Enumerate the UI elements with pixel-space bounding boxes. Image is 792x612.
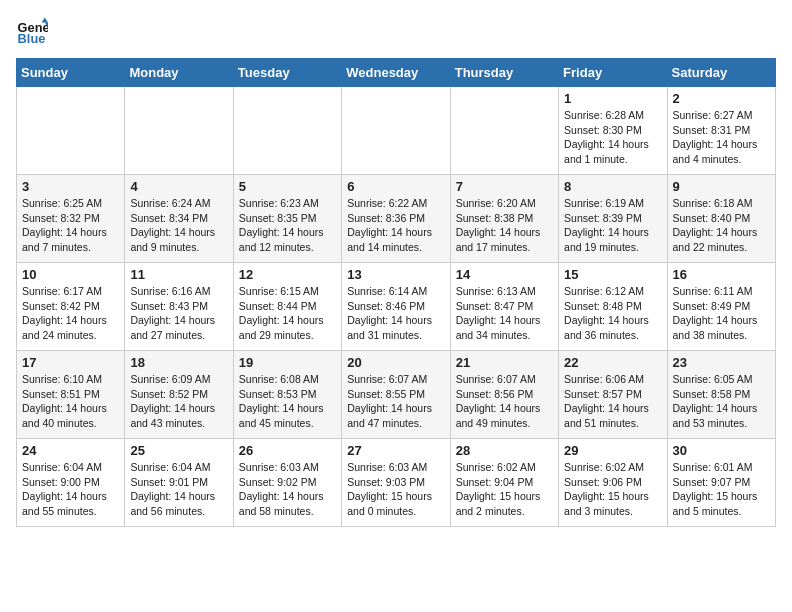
day-info: Sunrise: 6:23 AM Sunset: 8:35 PM Dayligh… <box>239 196 336 255</box>
day-number: 18 <box>130 355 227 370</box>
day-info: Sunrise: 6:11 AM Sunset: 8:49 PM Dayligh… <box>673 284 770 343</box>
day-info: Sunrise: 6:07 AM Sunset: 8:55 PM Dayligh… <box>347 372 444 431</box>
calendar-cell: 26Sunrise: 6:03 AM Sunset: 9:02 PM Dayli… <box>233 439 341 527</box>
header-day-saturday: Saturday <box>667 59 775 87</box>
calendar-cell: 8Sunrise: 6:19 AM Sunset: 8:39 PM Daylig… <box>559 175 667 263</box>
calendar-cell <box>342 87 450 175</box>
day-number: 24 <box>22 443 119 458</box>
day-number: 14 <box>456 267 553 282</box>
day-number: 1 <box>564 91 661 106</box>
calendar-cell: 13Sunrise: 6:14 AM Sunset: 8:46 PM Dayli… <box>342 263 450 351</box>
day-number: 20 <box>347 355 444 370</box>
calendar-cell: 17Sunrise: 6:10 AM Sunset: 8:51 PM Dayli… <box>17 351 125 439</box>
calendar-header-row: SundayMondayTuesdayWednesdayThursdayFrid… <box>17 59 776 87</box>
day-info: Sunrise: 6:05 AM Sunset: 8:58 PM Dayligh… <box>673 372 770 431</box>
day-number: 17 <box>22 355 119 370</box>
day-info: Sunrise: 6:15 AM Sunset: 8:44 PM Dayligh… <box>239 284 336 343</box>
calendar-cell: 20Sunrise: 6:07 AM Sunset: 8:55 PM Dayli… <box>342 351 450 439</box>
calendar-cell: 4Sunrise: 6:24 AM Sunset: 8:34 PM Daylig… <box>125 175 233 263</box>
header-day-tuesday: Tuesday <box>233 59 341 87</box>
calendar-cell: 24Sunrise: 6:04 AM Sunset: 9:00 PM Dayli… <box>17 439 125 527</box>
day-info: Sunrise: 6:04 AM Sunset: 9:01 PM Dayligh… <box>130 460 227 519</box>
calendar-cell: 14Sunrise: 6:13 AM Sunset: 8:47 PM Dayli… <box>450 263 558 351</box>
day-info: Sunrise: 6:13 AM Sunset: 8:47 PM Dayligh… <box>456 284 553 343</box>
day-number: 2 <box>673 91 770 106</box>
day-number: 5 <box>239 179 336 194</box>
day-info: Sunrise: 6:17 AM Sunset: 8:42 PM Dayligh… <box>22 284 119 343</box>
calendar-table: SundayMondayTuesdayWednesdayThursdayFrid… <box>16 58 776 527</box>
calendar-cell: 30Sunrise: 6:01 AM Sunset: 9:07 PM Dayli… <box>667 439 775 527</box>
day-number: 12 <box>239 267 336 282</box>
day-info: Sunrise: 6:01 AM Sunset: 9:07 PM Dayligh… <box>673 460 770 519</box>
calendar-week-row: 3Sunrise: 6:25 AM Sunset: 8:32 PM Daylig… <box>17 175 776 263</box>
day-info: Sunrise: 6:03 AM Sunset: 9:03 PM Dayligh… <box>347 460 444 519</box>
calendar-week-row: 1Sunrise: 6:28 AM Sunset: 8:30 PM Daylig… <box>17 87 776 175</box>
day-number: 8 <box>564 179 661 194</box>
day-info: Sunrise: 6:02 AM Sunset: 9:06 PM Dayligh… <box>564 460 661 519</box>
day-info: Sunrise: 6:25 AM Sunset: 8:32 PM Dayligh… <box>22 196 119 255</box>
calendar-cell: 23Sunrise: 6:05 AM Sunset: 8:58 PM Dayli… <box>667 351 775 439</box>
day-number: 26 <box>239 443 336 458</box>
day-number: 3 <box>22 179 119 194</box>
header-day-friday: Friday <box>559 59 667 87</box>
day-info: Sunrise: 6:08 AM Sunset: 8:53 PM Dayligh… <box>239 372 336 431</box>
calendar-cell: 28Sunrise: 6:02 AM Sunset: 9:04 PM Dayli… <box>450 439 558 527</box>
logo-icon: General Blue <box>16 16 48 48</box>
calendar-week-row: 24Sunrise: 6:04 AM Sunset: 9:00 PM Dayli… <box>17 439 776 527</box>
calendar-cell: 11Sunrise: 6:16 AM Sunset: 8:43 PM Dayli… <box>125 263 233 351</box>
calendar-cell: 29Sunrise: 6:02 AM Sunset: 9:06 PM Dayli… <box>559 439 667 527</box>
day-info: Sunrise: 6:02 AM Sunset: 9:04 PM Dayligh… <box>456 460 553 519</box>
day-number: 15 <box>564 267 661 282</box>
calendar-cell: 27Sunrise: 6:03 AM Sunset: 9:03 PM Dayli… <box>342 439 450 527</box>
day-number: 16 <box>673 267 770 282</box>
calendar-cell: 16Sunrise: 6:11 AM Sunset: 8:49 PM Dayli… <box>667 263 775 351</box>
calendar-cell <box>233 87 341 175</box>
day-info: Sunrise: 6:28 AM Sunset: 8:30 PM Dayligh… <box>564 108 661 167</box>
day-info: Sunrise: 6:18 AM Sunset: 8:40 PM Dayligh… <box>673 196 770 255</box>
logo: General Blue <box>16 16 52 48</box>
calendar-cell: 19Sunrise: 6:08 AM Sunset: 8:53 PM Dayli… <box>233 351 341 439</box>
day-info: Sunrise: 6:20 AM Sunset: 8:38 PM Dayligh… <box>456 196 553 255</box>
day-number: 19 <box>239 355 336 370</box>
header-day-sunday: Sunday <box>17 59 125 87</box>
day-number: 28 <box>456 443 553 458</box>
day-info: Sunrise: 6:12 AM Sunset: 8:48 PM Dayligh… <box>564 284 661 343</box>
day-info: Sunrise: 6:07 AM Sunset: 8:56 PM Dayligh… <box>456 372 553 431</box>
day-number: 11 <box>130 267 227 282</box>
calendar-cell: 3Sunrise: 6:25 AM Sunset: 8:32 PM Daylig… <box>17 175 125 263</box>
calendar-cell: 25Sunrise: 6:04 AM Sunset: 9:01 PM Dayli… <box>125 439 233 527</box>
day-number: 29 <box>564 443 661 458</box>
day-number: 9 <box>673 179 770 194</box>
calendar-cell: 12Sunrise: 6:15 AM Sunset: 8:44 PM Dayli… <box>233 263 341 351</box>
header-day-monday: Monday <box>125 59 233 87</box>
calendar-cell: 9Sunrise: 6:18 AM Sunset: 8:40 PM Daylig… <box>667 175 775 263</box>
calendar-cell: 10Sunrise: 6:17 AM Sunset: 8:42 PM Dayli… <box>17 263 125 351</box>
day-number: 27 <box>347 443 444 458</box>
calendar-cell: 15Sunrise: 6:12 AM Sunset: 8:48 PM Dayli… <box>559 263 667 351</box>
calendar-cell: 5Sunrise: 6:23 AM Sunset: 8:35 PM Daylig… <box>233 175 341 263</box>
calendar-cell <box>17 87 125 175</box>
day-info: Sunrise: 6:06 AM Sunset: 8:57 PM Dayligh… <box>564 372 661 431</box>
calendar-week-row: 10Sunrise: 6:17 AM Sunset: 8:42 PM Dayli… <box>17 263 776 351</box>
calendar-cell: 1Sunrise: 6:28 AM Sunset: 8:30 PM Daylig… <box>559 87 667 175</box>
day-number: 4 <box>130 179 227 194</box>
calendar-cell <box>125 87 233 175</box>
calendar-cell: 21Sunrise: 6:07 AM Sunset: 8:56 PM Dayli… <box>450 351 558 439</box>
day-info: Sunrise: 6:09 AM Sunset: 8:52 PM Dayligh… <box>130 372 227 431</box>
day-number: 13 <box>347 267 444 282</box>
calendar-cell: 18Sunrise: 6:09 AM Sunset: 8:52 PM Dayli… <box>125 351 233 439</box>
day-number: 25 <box>130 443 227 458</box>
day-info: Sunrise: 6:19 AM Sunset: 8:39 PM Dayligh… <box>564 196 661 255</box>
calendar-cell: 22Sunrise: 6:06 AM Sunset: 8:57 PM Dayli… <box>559 351 667 439</box>
calendar-cell: 6Sunrise: 6:22 AM Sunset: 8:36 PM Daylig… <box>342 175 450 263</box>
day-number: 23 <box>673 355 770 370</box>
day-info: Sunrise: 6:04 AM Sunset: 9:00 PM Dayligh… <box>22 460 119 519</box>
day-number: 6 <box>347 179 444 194</box>
day-info: Sunrise: 6:16 AM Sunset: 8:43 PM Dayligh… <box>130 284 227 343</box>
header-day-thursday: Thursday <box>450 59 558 87</box>
day-number: 21 <box>456 355 553 370</box>
day-info: Sunrise: 6:22 AM Sunset: 8:36 PM Dayligh… <box>347 196 444 255</box>
day-number: 7 <box>456 179 553 194</box>
header-day-wednesday: Wednesday <box>342 59 450 87</box>
svg-text:Blue: Blue <box>18 31 46 46</box>
